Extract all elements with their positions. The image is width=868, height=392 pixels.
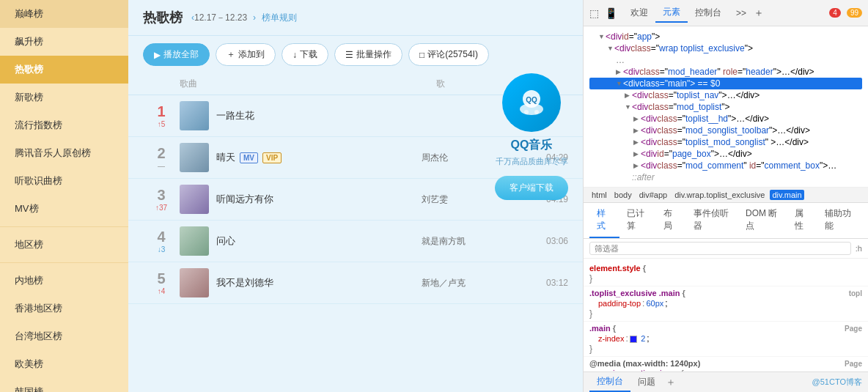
song-name: 问心 [216, 234, 235, 248]
dom-line[interactable]: <div class="toplist_nav">…</div> [589, 89, 862, 101]
color-box [630, 336, 637, 343]
dom-triangle[interactable] [625, 103, 632, 111]
devtools-tab-bar: 欢迎 元素 控制台 >> ＋ [623, 3, 820, 23]
dom-triangle[interactable] [598, 33, 606, 40]
breadcrumb-wrap[interactable]: div.wrap.toplist_exclusive [672, 190, 767, 200]
devtools-tab-welcome[interactable]: 欢迎 [623, 4, 655, 22]
style-tab-layout[interactable]: 布局 [656, 203, 686, 238]
rank-number: 2 [157, 146, 165, 160]
song-info: 我不是刘德华 [216, 276, 422, 289]
style-rule-main: .main { Page z-index: 2 ; } [584, 322, 868, 357]
devtools-tab-console[interactable]: 控制台 [688, 4, 729, 22]
sidebar-item-liuxing[interactable]: 流行指数榜 [0, 111, 128, 139]
dom-triangle[interactable] [616, 68, 623, 75]
devtools-tab-more[interactable]: >> [729, 5, 754, 21]
sidebar-item-eu[interactable]: 欧美榜 [0, 350, 128, 378]
dom-line[interactable]: <div id="app"> [589, 31, 862, 42]
dom-line-selected[interactable]: <div class="main"> == $0 [589, 78, 862, 89]
mobile-icon[interactable]: 📱 [605, 7, 617, 19]
download-button[interactable]: ↓ 下载 [282, 43, 328, 66]
style-tab-a11y[interactable]: 辅助功能 [817, 203, 862, 238]
rank-change: ↓3 [158, 245, 166, 254]
add-to-button[interactable]: ＋ 添加到 [216, 43, 276, 66]
sidebar-item-new[interactable]: 新歌榜 [0, 84, 128, 111]
table-row[interactable]: 4 ↓3 问心 就是南方凯 03:06 [128, 221, 583, 262]
song-name: 一路生花 [216, 109, 254, 122]
style-tab-styles[interactable]: 样式 [589, 203, 619, 238]
breadcrumb-app[interactable]: div#app [637, 190, 670, 200]
sidebar-item-tw[interactable]: 台湾地区榜 [0, 322, 128, 350]
dom-triangle[interactable] [607, 45, 614, 52]
dom-line[interactable]: <div id="page_box">…</div> [589, 148, 862, 160]
dom-line[interactable]: <div class="wrap toplist_exclusive"> [589, 42, 862, 54]
rank-number: 3 [157, 188, 165, 202]
add-icon: ＋ [227, 48, 235, 61]
sidebar-item-peak[interactable]: 巅峰榜 [0, 0, 128, 28]
download-client-button[interactable]: 客户端下载 [495, 176, 568, 200]
song-thumbnail [180, 143, 209, 172]
breadcrumb-html[interactable]: html [589, 190, 609, 200]
bottom-tab-issues[interactable]: 问题 [630, 373, 663, 391]
comment-button[interactable]: □ 评论(25754I) [408, 43, 489, 66]
dom-line[interactable]: <div class="mod_songlist_toolbar">…</div… [589, 125, 862, 136]
table-row[interactable]: 5 ↑4 我不是刘德华 新地／卢克 03:12 [128, 262, 583, 304]
inspect-icon[interactable]: ⬚ [589, 7, 599, 19]
rank-change: ↑4 [158, 287, 166, 295]
download-icon: ↓ [293, 50, 297, 60]
breadcrumb-main[interactable]: div.main [770, 190, 803, 200]
mv-badge: MV [240, 152, 258, 163]
dom-triangle[interactable] [633, 138, 641, 146]
devtools-topbar: ⬚ 📱 欢迎 元素 控制台 >> ＋ 4 99 [584, 0, 868, 26]
dom-triangle[interactable] [616, 80, 623, 87]
dom-tree: <div id="app"> <div class="wrap toplist_… [584, 26, 868, 188]
dom-line[interactable]: … [589, 54, 862, 66]
sidebar-item-tencent[interactable]: 腾讯音乐人原创榜 [0, 139, 128, 167]
song-thumbnail [180, 226, 209, 256]
dom-triangle[interactable] [633, 127, 641, 134]
filter-right: :h [856, 244, 862, 253]
sidebar-item-kr[interactable]: 韩国榜 [0, 378, 128, 392]
dom-line[interactable]: <div class="mod_comment" id="comment_box… [589, 160, 862, 171]
dom-line[interactable]: <div class="mod_header" role="header">…<… [589, 66, 862, 78]
sidebar-item-hot[interactable]: 热歌榜 [0, 56, 128, 84]
dom-triangle[interactable] [625, 92, 632, 99]
sidebar-divider2 [0, 262, 128, 263]
bottom-tab-console[interactable]: 控制台 [589, 372, 630, 392]
song-thumbnail [180, 101, 209, 130]
main-content: 热歌榜 ‹ 12.17－12.23 › 榜单规则 ▶ 播放全部 ＋ 添加到 ↓ … [128, 0, 583, 392]
play-all-button[interactable]: ▶ 播放全部 [143, 43, 210, 66]
dom-triangle[interactable] [633, 150, 641, 158]
batch-button[interactable]: ☰ 批量操作 [334, 43, 402, 66]
style-tab-computed[interactable]: 已计算 [619, 203, 657, 238]
song-info: 听闻远方有你 [216, 193, 422, 206]
style-tab-properties[interactable]: 属性 [787, 203, 817, 238]
sidebar-item-hk[interactable]: 香港地区榜 [0, 295, 128, 322]
error-badge: 4 [829, 8, 841, 18]
song-duration: 03:06 [524, 236, 568, 246]
table-row[interactable]: 2 — 晴天 MV VIP 周杰伦 04:29 [128, 137, 583, 179]
dom-line[interactable]: <div class="toplist_mod_songlist" >…</di… [589, 136, 862, 148]
add-bottom-tab-button[interactable]: ＋ [666, 376, 676, 389]
style-tab-listeners[interactable]: 事件侦听器 [686, 203, 738, 238]
toplist-date-next[interactable]: › [253, 12, 256, 23]
sidebar-item-feiyang[interactable]: 飙升榜 [0, 28, 128, 56]
table-row[interactable]: 1 ↑5 一路生花 温 [128, 95, 583, 137]
devtools-tab-elements[interactable]: 元素 [655, 3, 688, 23]
dom-triangle[interactable] [633, 162, 641, 169]
filter-input[interactable] [589, 242, 851, 255]
dom-triangle[interactable] [633, 115, 641, 122]
song-artist: 就是南方凯 [422, 235, 510, 248]
breadcrumb-body[interactable]: body [612, 190, 634, 200]
rank-number: 1 [157, 104, 165, 119]
toolbar: ▶ 播放全部 ＋ 添加到 ↓ 下载 ☰ 批量操作 □ 评论(25754I) [128, 36, 583, 73]
add-tab-icon[interactable]: ＋ [754, 7, 764, 20]
sidebar-item-mv[interactable]: MV榜 [0, 195, 128, 223]
sidebar-item-lyrics[interactable]: 听歌识曲榜 [0, 167, 128, 195]
style-tab-dom-breakpoints[interactable]: DOM 断点 [738, 203, 787, 238]
sidebar-item-region[interactable]: 地区榜 [0, 231, 128, 259]
dom-line[interactable]: <div class="toplist__hd">…</div> [589, 113, 862, 125]
dom-line[interactable]: <div class="mod_toplist"> [589, 101, 862, 113]
dom-line[interactable]: ::after [589, 171, 862, 183]
toplist-rule[interactable]: 榜单规则 [262, 12, 297, 24]
sidebar-item-mainland[interactable]: 内地榜 [0, 267, 128, 295]
